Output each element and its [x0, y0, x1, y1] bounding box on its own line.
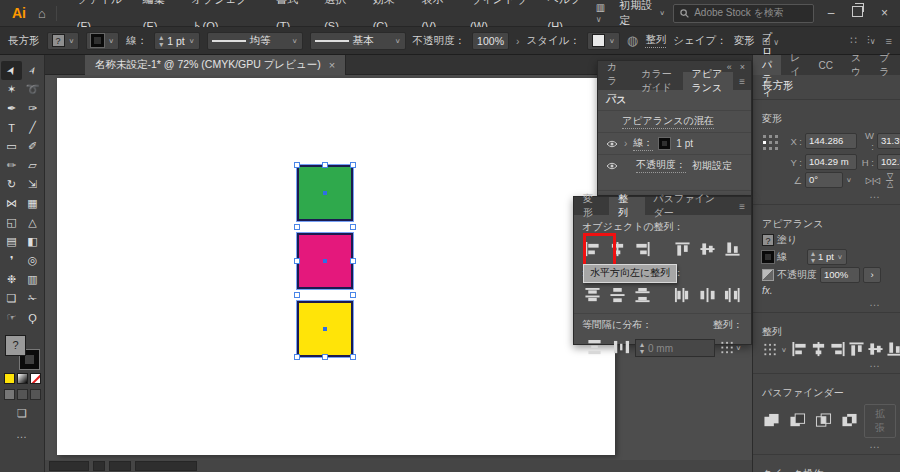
none-button[interactable]: [30, 373, 41, 384]
close-panel-icon[interactable]: ×: [740, 62, 745, 72]
document-setup-icon[interactable]: ◍: [627, 33, 638, 48]
selection-handle[interactable]: [294, 224, 300, 230]
appearance-opacity-row[interactable]: 不透明度： 初期設定: [598, 155, 751, 176]
appearance-mixed-row[interactable]: アピアランスの混在: [598, 111, 751, 133]
align-vertical-bottom-button[interactable]: [721, 238, 743, 262]
pathfinder-minus-front-button[interactable]: [788, 412, 806, 430]
reference-point-locator[interactable]: [762, 134, 782, 190]
zoom-tool[interactable]: Ϙ: [22, 308, 43, 327]
properties-tab-スウ[interactable]: スウ: [842, 55, 870, 75]
y-input[interactable]: 104.29 m: [805, 154, 857, 170]
expand-button[interactable]: 拡張: [864, 404, 896, 438]
pen-tool[interactable]: ✒: [1, 99, 22, 118]
style-dropdown[interactable]: ∨: [587, 32, 620, 50]
selection-handle[interactable]: [350, 354, 356, 360]
align-panel-menu-icon[interactable]: ≡: [733, 197, 751, 215]
pathfinder-more-options[interactable]: …: [762, 440, 891, 448]
close-button[interactable]: ×: [875, 6, 894, 20]
isolate-icon[interactable]: ⫶∨: [867, 34, 876, 47]
selection-handle[interactable]: [294, 354, 300, 360]
properties-tab-CC[interactable]: CC: [809, 55, 841, 75]
type-tool[interactable]: T: [1, 118, 22, 137]
stroke-swatch[interactable]: [762, 251, 774, 263]
appearance-stroke-row[interactable]: › 線： 1 pt: [598, 133, 751, 155]
paintbrush-tool[interactable]: ✐: [22, 137, 43, 156]
pathfinder-unite-button[interactable]: [762, 412, 780, 430]
hand-tool[interactable]: ☞: [1, 308, 22, 327]
align-more-options[interactable]: …: [762, 359, 891, 367]
opacity-options-button[interactable]: ›: [863, 267, 881, 283]
minimize-button[interactable]: –: [822, 6, 841, 20]
align-to-selection-dropdown[interactable]: ∨: [717, 339, 743, 357]
document-tab[interactable]: 名称未設定-1* @ 72% (CMYK/GPU プレビュー) ×: [85, 55, 346, 75]
visibility-eye-icon[interactable]: [606, 162, 618, 170]
workspace-switcher[interactable]: 初期設定 ∨: [619, 0, 665, 28]
rotation-dropdown-icon[interactable]: ∨: [846, 176, 852, 183]
selection-tool[interactable]: ➤: [1, 61, 22, 80]
appearance-tab-カラー[interactable]: カラー: [598, 72, 632, 90]
stroke-weight-input[interactable]: ▴▾1 pt∨: [154, 32, 199, 50]
distribute-horizontal-left-button[interactable]: [671, 284, 693, 308]
flip-horizontal-icon[interactable]: ▷|◁: [866, 176, 880, 185]
curvature-tool[interactable]: ✑: [22, 99, 43, 118]
rotation-input[interactable]: 0°: [805, 172, 843, 188]
selection-handle[interactable]: [350, 162, 356, 168]
stroke-row-swatch[interactable]: [659, 138, 670, 149]
distribute-vertical-top-button[interactable]: [582, 284, 604, 308]
properties-tab-ブラ[interactable]: ブラ: [870, 55, 898, 75]
distribute-space-vertical-button[interactable]: [582, 336, 606, 360]
line-segment-tool[interactable]: ╱: [22, 118, 43, 137]
properties-tab-プロパティ[interactable]: プロパティ: [753, 55, 781, 75]
align-horizontal-left-button[interactable]: [791, 341, 809, 359]
restore-button[interactable]: [848, 6, 867, 20]
align-vertical-bottom-button[interactable]: [886, 341, 900, 359]
screen-mode-icon[interactable]: ❏: [0, 407, 44, 420]
tab-close-icon[interactable]: ×: [329, 59, 335, 71]
flip-vertical-icon[interactable]: ▷|◁: [886, 173, 895, 187]
free-transform-tool[interactable]: ▦: [22, 194, 43, 213]
distribute-vertical-center-button[interactable]: [607, 284, 629, 308]
expand-arrow-icon[interactable]: ›: [624, 138, 627, 149]
appearance-tab-カラーガイド[interactable]: カラーガイド: [632, 72, 682, 90]
zoom-level-box[interactable]: [49, 461, 89, 471]
opacity-input[interactable]: 100%: [472, 32, 509, 50]
width-tool[interactable]: ⋈: [1, 194, 22, 213]
opacity-expand-icon[interactable]: ›: [516, 35, 520, 47]
home-icon[interactable]: ⌂: [36, 6, 57, 21]
variable-width-dropdown[interactable]: 均等∨: [207, 32, 303, 50]
visibility-eye-icon[interactable]: [606, 140, 618, 148]
selection-handle[interactable]: [322, 354, 328, 360]
artboard-nav-box[interactable]: [109, 461, 131, 471]
distribute-vertical-bottom-button[interactable]: [632, 284, 654, 308]
appearance-more-options[interactable]: …: [762, 298, 891, 306]
stock-search-input[interactable]: Adobe Stock を検索: [673, 4, 813, 23]
rectangle-tool[interactable]: ▭: [1, 137, 22, 156]
draw-behind-mode[interactable]: [17, 389, 28, 400]
rotate-tool[interactable]: ↻: [1, 175, 22, 194]
align-tab-整列[interactable]: 整列: [609, 197, 644, 215]
spacing-value-input[interactable]: ▴▾0 mm: [635, 339, 715, 357]
lasso-tool[interactable]: ➰: [22, 80, 43, 99]
transform-more-options[interactable]: …: [762, 190, 891, 198]
fill-color-dropdown[interactable]: ?∨: [47, 32, 80, 50]
distribute-horizontal-center-button[interactable]: [696, 284, 718, 308]
h-input[interactable]: 102.57 m: [877, 154, 900, 170]
align-vertical-center-button[interactable]: [696, 238, 718, 262]
opacity-input[interactable]: 100%: [820, 267, 860, 283]
x-input[interactable]: 144.286: [805, 133, 857, 149]
mesh-tool[interactable]: ▤: [1, 232, 22, 251]
draw-inside-mode[interactable]: [30, 389, 41, 400]
selection-handle[interactable]: [350, 224, 356, 230]
selection-handle[interactable]: [294, 292, 300, 298]
stroke-width-input[interactable]: ▴▾1 pt∨: [807, 249, 847, 265]
selection-handle[interactable]: [322, 162, 328, 168]
selection-handle[interactable]: [350, 292, 356, 298]
zoom-dropdown-box[interactable]: [93, 461, 105, 471]
fill-proxy[interactable]: ?: [5, 335, 26, 356]
perspective-grid-tool[interactable]: △: [22, 213, 43, 232]
fx-button[interactable]: fx.: [762, 285, 773, 296]
eyedropper-tool[interactable]: ❜: [1, 251, 22, 270]
align-link[interactable]: 整列: [645, 33, 666, 48]
align-to-dropdown[interactable]: [762, 342, 779, 358]
fill-swatch[interactable]: ?: [762, 234, 774, 246]
